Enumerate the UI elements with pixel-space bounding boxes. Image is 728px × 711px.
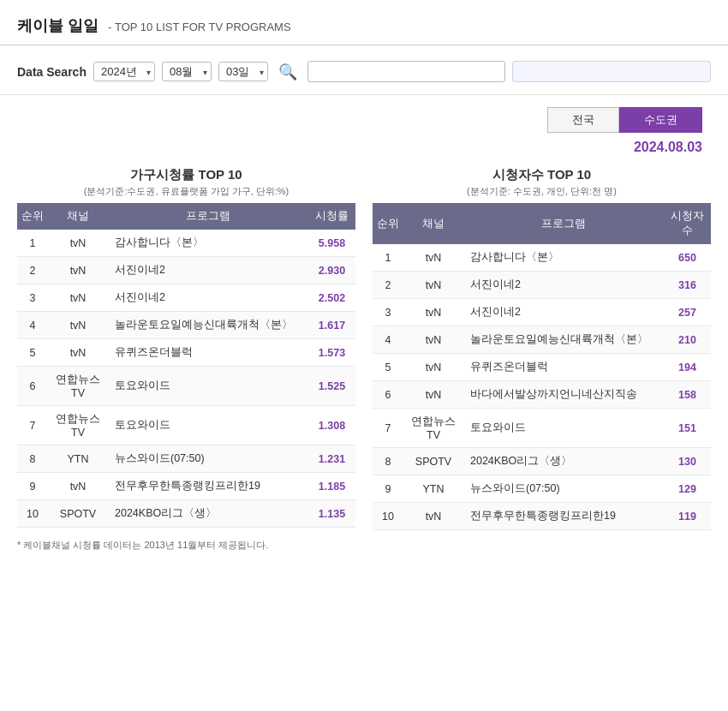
table-row: 5 tvN 유퀴즈온더블럭 194 [373,354,711,381]
viewers-table-section: 시청자수 TOP 10 (분석기준: 수도권, 개인, 단위:천 명) 순위 채… [373,162,711,530]
channel-cell: SPOTV [403,448,463,475]
table-row: 8 SPOTV 2024KBO리그〈생〉 130 [373,448,711,475]
rating-cell: 1.308 [308,406,355,445]
channel-cell: tvN [48,312,108,339]
table-row: 10 SPOTV 2024KBO리그〈생〉 1.135 [17,500,355,528]
viewers-col-rank: 순위 [373,203,403,244]
year-select-wrap: 2022년 2023년 2024년 [93,62,155,81]
page-title: 케이블 일일 - TOP 10 LIST FOR TV PROGRAMS [17,17,291,34]
program-cell: 전무후무한특종랭킹프리한19 [463,503,664,530]
table-row: 5 tvN 유퀴즈온더블럭 1.573 [17,339,355,367]
rank-cell: 9 [373,475,403,503]
channel-cell: 연합뉴스TV [48,406,108,445]
table-row: 7 연합뉴스TV 토요와이드 151 [373,409,711,448]
viewers-cell: 130 [664,448,711,475]
table-row: 6 tvN 바다에서발상까지언니네산지직송 158 [373,381,711,409]
viewers-cell: 151 [664,409,711,448]
rank-cell: 6 [17,367,48,406]
rank-cell: 1 [17,230,48,257]
month-select[interactable]: 01월02월03월04월 05월06월07월 08월 09월10월11월12월 [162,62,212,81]
program-cell: 전무후무한특종랭킹프리한19 [108,473,308,500]
day-select[interactable]: 01일02일 03일 04일05일06일07일 08일09일10일 11일12일… [218,62,268,81]
channel-cell: tvN [48,473,108,500]
program-cell: 뉴스와이드(07:50) [108,445,308,473]
program-cell: 바다에서발상까지언니네산지직송 [463,381,664,409]
viewers-cell: 129 [664,475,711,503]
table-row: 9 tvN 전무후무한특종랭킹프리한19 1.185 [17,473,355,500]
table-row: 1 tvN 감사합니다〈본〉 650 [373,244,711,272]
household-table: 순위 채널 프로그램 시청률 1 tvN 감사합니다〈본〉 5.958 2 tv… [17,203,355,528]
program-cell: 뉴스와이드(07:50) [463,475,664,503]
rank-cell: 10 [373,503,403,530]
viewers-col-viewers: 시청자수 [664,203,711,244]
channel-cell: tvN [48,284,108,312]
rank-cell: 7 [373,409,403,448]
search-button[interactable]: 🔍 [275,63,301,81]
viewers-cell: 158 [664,381,711,409]
page-header: 케이블 일일 - TOP 10 LIST FOR TV PROGRAMS [0,0,728,45]
rating-cell: 5.958 [308,230,355,257]
channel-cell: tvN [403,326,463,354]
program-cell: 유퀴즈온더블럭 [463,354,664,381]
region-btn-national[interactable]: 전국 [547,107,619,133]
rating-cell: 1.525 [308,367,355,406]
channel-cell: tvN [403,272,463,299]
table-row: 9 YTN 뉴스와이드(07:50) 129 [373,475,711,503]
month-select-wrap: 01월02월03월04월 05월06월07월 08월 09월10월11월12월 [162,62,212,81]
rating-cell: 2.930 [308,257,355,284]
table-row: 8 YTN 뉴스와이드(07:50) 1.231 [17,445,355,473]
search-input[interactable] [307,61,506,82]
household-col-rank: 순위 [17,203,48,230]
channel-cell: tvN [403,244,463,272]
channel-cell: YTN [48,445,108,473]
search-label: Data Search [17,65,87,79]
rank-cell: 5 [17,339,48,367]
program-cell: 2024KBO리그〈생〉 [108,500,308,528]
channel-cell: YTN [403,475,463,503]
rank-cell: 10 [17,500,48,528]
viewers-col-channel: 채널 [403,203,463,244]
region-buttons: 전국 수도권 [0,95,728,136]
viewers-cell: 210 [664,326,711,354]
region-btn-metro[interactable]: 수도권 [619,107,702,133]
table-row: 1 tvN 감사합니다〈본〉 5.958 [17,230,355,257]
household-col-rating: 시청률 [308,203,355,230]
household-col-program: 프로그램 [108,203,308,230]
rank-cell: 2 [373,272,403,299]
year-select[interactable]: 2022년 2023년 2024년 [93,62,155,81]
rank-cell: 2 [17,257,48,284]
table-row: 2 tvN 서진이네2 2.930 [17,257,355,284]
program-cell: 유퀴즈온더블럭 [108,339,308,367]
table-row: 3 tvN 서진이네2 2.502 [17,284,355,312]
program-cell: 감사합니다〈본〉 [108,230,308,257]
rank-cell: 8 [17,445,48,473]
viewers-cell: 316 [664,272,711,299]
search-bar: Data Search 2022년 2023년 2024년 01월02월03월0… [0,45,728,95]
table-row: 3 tvN 서진이네2 257 [373,299,711,326]
rank-cell: 8 [373,448,403,475]
table-row: 4 tvN 놀라운토요일예능신대륙개척〈본〉 210 [373,326,711,354]
search-extra-input[interactable] [512,61,711,82]
table-row: 6 연합뉴스TV 토요와이드 1.525 [17,367,355,406]
rank-cell: 5 [373,354,403,381]
rank-cell: 3 [17,284,48,312]
household-col-channel: 채널 [48,203,108,230]
channel-cell: tvN [403,381,463,409]
program-cell: 토요와이드 [463,409,664,448]
household-table-title: 가구시청률 TOP 10 [17,162,355,183]
program-cell: 놀라운토요일예능신대륙개척〈본〉 [463,326,664,354]
channel-cell: tvN [403,503,463,530]
household-table-subtitle: (분석기준:수도권, 유료플랫폼 가입 가구, 단위:%) [17,185,355,198]
table-row: 7 연합뉴스TV 토요와이드 1.308 [17,406,355,445]
viewers-cell: 194 [664,354,711,381]
program-cell: 서진이네2 [463,272,664,299]
rank-cell: 4 [17,312,48,339]
viewers-cell: 119 [664,503,711,530]
channel-cell: tvN [48,230,108,257]
rank-cell: 6 [373,381,403,409]
program-cell: 토요와이드 [108,406,308,445]
rating-cell: 2.502 [308,284,355,312]
channel-cell: tvN [48,257,108,284]
rank-cell: 1 [373,244,403,272]
table-row: 10 tvN 전무후무한특종랭킹프리한19 119 [373,503,711,530]
